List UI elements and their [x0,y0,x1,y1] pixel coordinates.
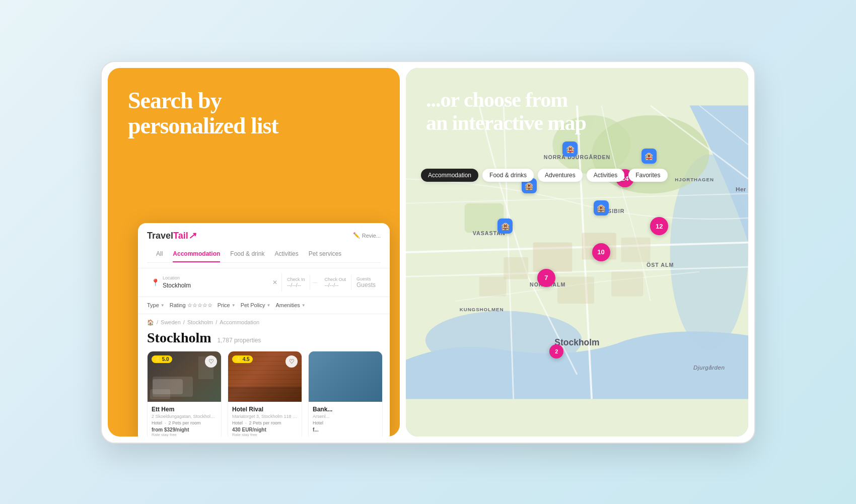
search-bar: 📍 Location Stockholm ✕ Check In --/--/--… [138,268,390,297]
location-label: Location [163,275,191,280]
card-rating-badge-2: ⭐ 4.5 [232,355,253,363]
card-rating-badge-1: ⭐ 5.0 [152,355,172,363]
map-marker-2[interactable]: 2 [549,344,563,358]
svg-text:Stockholm: Stockholm [554,337,599,347]
property-card-bank[interactable]: Bank... Arsenl... Hotel f... [308,351,383,437]
checkin-label: Check In [287,277,305,282]
svg-rect-15 [621,237,650,262]
checkout-field[interactable]: Check Out --/--/-- [319,275,351,290]
map-filter-favorites[interactable]: Favorites [628,169,667,182]
svg-text:HJORTHAGEN: HJORTHAGEN [675,177,714,182]
guests-field[interactable]: Guests Guests [351,274,381,291]
svg-rect-19 [479,276,506,296]
filter-type[interactable]: Type ▼ [147,302,165,308]
location-icon: 📍 [151,278,160,286]
filter-price[interactable]: Price ▼ [218,302,236,308]
property-cards: ⭐ 5.0 ♡ Ett Hem 2 Skoeldungagatan, Stock… [138,351,390,437]
svg-text:KUNGSHOLMEN: KUNGSHOLMEN [460,306,504,312]
card-address-3: Arsenl... [313,414,378,419]
map-icon-1[interactable]: 🏨 [562,141,578,157]
card-price-2: 430 EUR/night [232,427,298,433]
guests-label: Guests [356,276,376,281]
map-filter-adventures[interactable]: Adventures [538,169,583,182]
page-title-row: Stockholm 1,787 properties [138,328,390,351]
nav-tabs: All Accommodation Food & drink Activitie… [147,246,381,263]
card-price-tag-2: Rate stay free [232,433,298,437]
filter-rating[interactable]: Rating ☆☆☆☆☆ [170,302,212,309]
properties-count: 1,787 properties [218,337,261,344]
right-headline: ...or choose froman interactive map [426,88,586,134]
svg-text:NORRA DJURGÅRDEN: NORRA DJURGÅRDEN [544,154,611,160]
svg-rect-13 [533,242,573,271]
card-wishlist-2[interactable]: ♡ [286,355,298,368]
property-card-ett-hem[interactable]: ⭐ 5.0 ♡ Ett Hem 2 Skoeldungagatan, Stock… [147,351,222,437]
svg-rect-16 [504,257,528,279]
checkout-label: Check Out [324,277,346,282]
left-headline: Search bypersonalized list [128,88,278,139]
svg-text:SIBIR: SIBIR [608,208,624,214]
checkout-value: --/--/-- [324,282,346,288]
breadcrumb: 🏠 / Sweden / Stockholm / Accommodation [138,314,390,328]
browser-header: TravelTail↗ ✏️ Revie... All Accommodatio… [138,223,390,268]
main-container: Search bypersonalized list TravelTail↗ ✏… [101,61,755,444]
tab-food-drink[interactable]: Food & drink [230,246,264,262]
card-wishlist-1[interactable]: ♡ [205,355,217,368]
card-type-2: Hotel · 2 Pets per room [232,420,298,425]
map-filter-food[interactable]: Food & drinks [482,169,534,182]
tab-activities[interactable]: Activities [274,246,298,262]
home-icon[interactable]: 🏠 [147,319,154,326]
map-icon-2[interactable]: 🏨 [641,149,657,164]
card-address-2: Mariatorget 3, Stockholm 118 91 Swe... [232,414,298,419]
map-filter-accommodation[interactable]: Accommodation [421,169,478,182]
card-name-2: Hotel Rival [232,406,298,413]
brand-logo: TravelTail↗ [147,230,196,241]
card-name-1: Ett Hem [152,406,217,413]
guests-value: Guests [356,281,376,289]
svg-rect-17 [557,276,594,303]
location-value: Stockholm [163,282,191,289]
tab-all[interactable]: All [156,246,163,262]
tab-pet-services[interactable]: Pet services [309,246,341,262]
page-title: Stockholm [147,330,211,346]
filters-row: Type ▼ Rating ☆☆☆☆☆ Price ▼ Pet Policy ▼… [138,297,390,314]
clear-icon[interactable]: ✕ [272,279,277,286]
filter-pet-policy[interactable]: Pet Policy ▼ [241,302,271,308]
location-field[interactable]: 📍 Location Stockholm ✕ [147,273,282,292]
svg-rect-18 [611,271,643,296]
filter-amenities[interactable]: Amenities ▼ [275,302,305,308]
breadcrumb-country[interactable]: Sweden [161,319,181,325]
map-filter-activities[interactable]: Activities [587,169,624,182]
card-price-tag-1: Rate stay free [152,433,217,437]
map-icon-4[interactable]: 🏨 [497,219,513,234]
checkin-field[interactable]: Check In --/--/-- [282,275,311,290]
card-price-1: from $329/night [152,427,217,433]
map-marker-7[interactable]: 7 [537,269,555,287]
property-card-hotel-rival[interactable]: ⭐ 4.5 ♡ Hotel Rival Mariatorget 3, Stock… [228,351,302,437]
map-filter-pills: Accommodation Food & drinks Adventures A… [421,169,668,182]
breadcrumb-city[interactable]: Stockholm [187,319,213,325]
right-panel: ...or choose froman interactive map Acco… [406,68,748,437]
tab-accommodation[interactable]: Accommodation [173,246,220,262]
map-icon-3[interactable]: 🏨 [594,200,609,215]
card-image-1: ⭐ 5.0 ♡ [148,351,221,402]
browser-mockup: TravelTail↗ ✏️ Revie... All Accommodatio… [138,223,390,437]
map-marker-10[interactable]: 10 [592,243,610,261]
card-image-2: ⭐ 4.5 ♡ [228,351,302,402]
checkin-value: --/--/-- [287,282,305,288]
card-type-1: Hotel · 2 Pets per room [152,420,217,425]
card-info-1: Ett Hem 2 Skoeldungagatan, Stockholm 114… [148,402,221,437]
date-separator: — [310,279,319,285]
card-name-3: Bank... [313,406,378,413]
card-address-1: 2 Skoeldungagatan, Stockholm 114 2... [152,414,217,419]
card-type-3: Hotel [313,420,378,425]
card-price-3: f... [313,427,378,433]
card-image-3 [309,351,382,402]
card-info-2: Hotel Rival Mariatorget 3, Stockholm 118… [228,402,302,437]
map-marker-12[interactable]: 12 [650,217,668,235]
card-info-3: Bank... Arsenl... Hotel f... [309,402,382,437]
svg-text:Her: Her [736,185,746,192]
breadcrumb-category[interactable]: Accommodation [220,319,259,325]
svg-text:ÖST ALM: ÖST ALM [647,262,674,268]
review-button[interactable]: ✏️ Revie... [353,232,381,239]
left-panel: Search bypersonalized list TravelTail↗ ✏… [108,68,400,437]
